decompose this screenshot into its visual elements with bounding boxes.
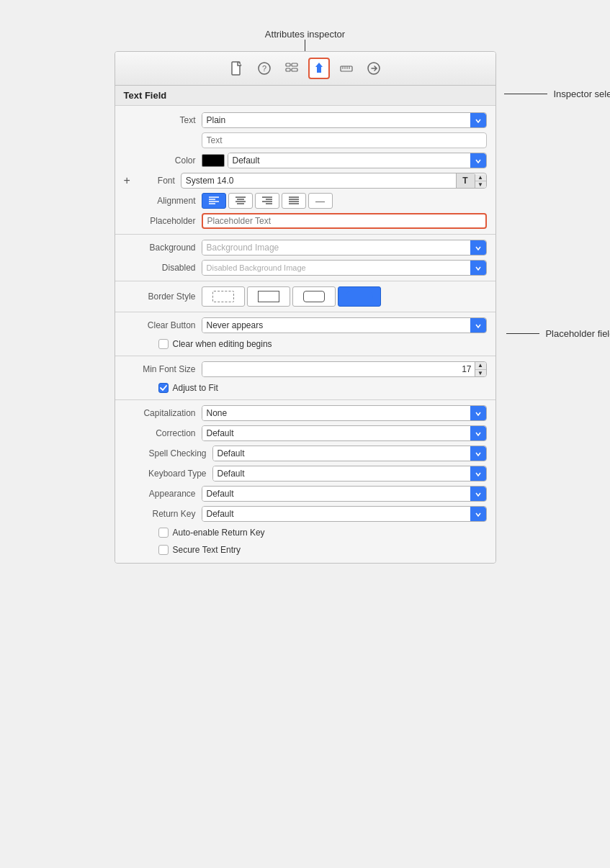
return-key-dropdown[interactable]: Default bbox=[202, 506, 487, 522]
auto-return-checkbox[interactable] bbox=[158, 528, 169, 538]
secure-text-checkbox[interactable] bbox=[158, 545, 169, 555]
correction-label: Correction bbox=[124, 428, 196, 438]
clear-button-row: Clear Button Never appears bbox=[115, 315, 495, 335]
background-row: Background Background Image bbox=[115, 238, 495, 258]
clear-button-dropdown[interactable]: Never appears bbox=[202, 317, 487, 333]
min-font-value: 17 bbox=[202, 362, 475, 376]
disabled-dropdown-arrow[interactable] bbox=[470, 261, 486, 276]
spell-checking-row: Spell Checking Default bbox=[115, 443, 495, 464]
plus-icon[interactable]: + bbox=[124, 174, 130, 187]
border-style-row: Border Style bbox=[115, 284, 495, 309]
keyboard-type-row: Keyboard Type Default bbox=[115, 464, 495, 484]
text-row: Text Plain bbox=[115, 110, 495, 130]
clear-button-dropdown-arrow[interactable] bbox=[470, 318, 486, 333]
background-dropdown-arrow[interactable] bbox=[470, 240, 486, 256]
border-rect-button[interactable] bbox=[247, 286, 290, 307]
capitalization-dropdown[interactable]: None bbox=[202, 405, 487, 421]
appearance-dropdown[interactable]: Default bbox=[202, 486, 487, 502]
color-row: Color Default bbox=[115, 150, 495, 171]
text-value: Plain bbox=[202, 113, 470, 127]
disabled-dropdown[interactable]: Disabled Background Image bbox=[202, 260, 487, 276]
font-stepper-up[interactable]: ▲ bbox=[475, 174, 486, 181]
correction-row: Correction Default bbox=[115, 423, 495, 443]
font-stepper-down[interactable]: ▼ bbox=[475, 181, 486, 188]
alignment-buttons: — bbox=[202, 193, 333, 209]
font-value: System 14.0 bbox=[181, 176, 456, 186]
effect-icon[interactable] bbox=[363, 58, 385, 79]
keyboard-type-dropdown[interactable]: Default bbox=[212, 466, 487, 482]
align-right-button[interactable] bbox=[255, 193, 279, 209]
text-dropdown-arrow[interactable] bbox=[470, 113, 486, 128]
ruler-icon[interactable] bbox=[336, 58, 357, 79]
min-font-stepper-up[interactable]: ▲ bbox=[475, 362, 486, 370]
color-value: Default bbox=[228, 153, 470, 168]
align-justify-button[interactable] bbox=[282, 193, 306, 209]
color-dropdown[interactable]: Default bbox=[228, 153, 487, 168]
align-center-button[interactable] bbox=[228, 193, 253, 209]
svg-rect-4 bbox=[292, 63, 297, 66]
font-T-button[interactable]: T bbox=[456, 173, 475, 189]
svg-rect-6 bbox=[292, 68, 297, 71]
capitalization-dropdown-arrow[interactable] bbox=[470, 406, 486, 421]
font-stepper: ▲ ▼ bbox=[475, 174, 486, 188]
placeholder-input[interactable] bbox=[202, 213, 487, 229]
background-dropdown[interactable]: Background Image bbox=[202, 240, 487, 256]
text-input-row bbox=[115, 130, 495, 150]
background-label: Background bbox=[124, 243, 196, 253]
spell-checking-dropdown-arrow[interactable] bbox=[470, 446, 486, 461]
capitalization-label: Capitalization bbox=[124, 408, 196, 418]
clear-editing-row: Clear when editing begins bbox=[115, 335, 495, 353]
appearance-label: Appearance bbox=[124, 489, 196, 499]
min-font-label: Min Font Size bbox=[124, 364, 196, 374]
list-icon[interactable] bbox=[281, 58, 302, 79]
min-font-stepper: ▲ ▼ bbox=[475, 362, 486, 376]
color-dropdown-arrow[interactable] bbox=[470, 153, 486, 168]
adjust-fit-label: Adjust to Fit bbox=[173, 383, 218, 393]
border-none-button[interactable] bbox=[202, 286, 245, 307]
return-key-dropdown-arrow[interactable] bbox=[470, 507, 486, 522]
align-natural-button[interactable]: — bbox=[308, 193, 333, 209]
disabled-row: Disabled Disabled Background Image bbox=[115, 258, 495, 278]
background-value: Background Image bbox=[202, 240, 470, 255]
file-icon[interactable] bbox=[226, 58, 248, 79]
keyboard-type-value: Default bbox=[213, 466, 470, 481]
adjust-fit-checkbox[interactable] bbox=[158, 383, 169, 393]
secure-text-row: Secure Text Entry bbox=[115, 541, 495, 559]
form-section-main: Text Plain Color bbox=[115, 105, 495, 563]
secure-text-label: Secure Text Entry bbox=[173, 545, 241, 555]
text-input-field[interactable] bbox=[202, 132, 487, 148]
svg-rect-3 bbox=[286, 63, 290, 66]
placeholder-row: Placeholder bbox=[115, 211, 495, 231]
alignment-label: Alignment bbox=[124, 196, 196, 206]
min-font-input-wrap: 17 ▲ ▼ bbox=[202, 361, 487, 377]
attributes-icon[interactable] bbox=[308, 58, 330, 79]
return-key-label: Return Key bbox=[124, 509, 196, 519]
border-oval-button[interactable] bbox=[338, 286, 381, 307]
color-swatch[interactable] bbox=[202, 154, 225, 167]
appearance-row: Appearance Default bbox=[115, 484, 495, 504]
clear-editing-checkbox[interactable] bbox=[158, 339, 169, 349]
auto-return-label: Auto-enable Return Key bbox=[173, 528, 265, 538]
appearance-dropdown-arrow[interactable] bbox=[470, 487, 486, 502]
correction-value: Default bbox=[202, 426, 470, 440]
help-icon[interactable]: ? bbox=[254, 58, 275, 79]
border-rounded-button[interactable] bbox=[292, 286, 336, 307]
min-font-stepper-down[interactable]: ▼ bbox=[475, 370, 486, 377]
adjust-fit-row: Adjust to Fit bbox=[115, 379, 495, 397]
keyboard-type-dropdown-arrow[interactable] bbox=[470, 466, 486, 482]
clear-editing-label: Clear when editing begins bbox=[173, 339, 272, 349]
keyboard-type-label: Keyboard Type bbox=[124, 469, 207, 479]
font-label: Font bbox=[132, 176, 175, 186]
spell-checking-dropdown[interactable]: Default bbox=[212, 446, 487, 461]
return-key-row: Return Key Default bbox=[115, 504, 495, 524]
spell-checking-label: Spell Checking bbox=[124, 448, 207, 458]
align-left-button[interactable] bbox=[202, 193, 226, 209]
inspector-panel: ? bbox=[115, 51, 496, 564]
border-style-label: Border Style bbox=[124, 291, 196, 302]
svg-rect-5 bbox=[286, 68, 290, 71]
color-label: Color bbox=[124, 155, 196, 166]
disabled-value: Disabled Background Image bbox=[202, 261, 470, 275]
text-dropdown[interactable]: Plain bbox=[202, 112, 487, 128]
correction-dropdown[interactable]: Default bbox=[202, 425, 487, 441]
correction-dropdown-arrow[interactable] bbox=[470, 426, 486, 441]
